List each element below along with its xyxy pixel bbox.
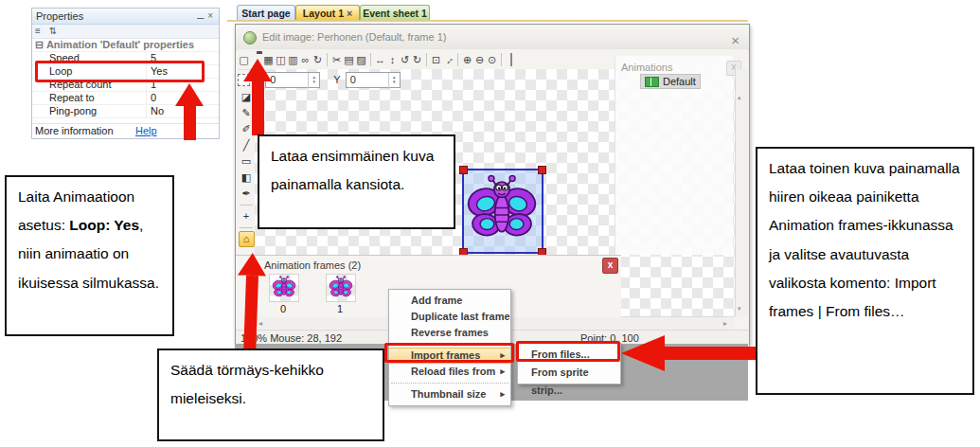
tab-strip-divider <box>227 20 748 22</box>
callout-import: Lataa toinen kuva painamalla hiiren oike… <box>756 147 974 395</box>
frame-thumbnail-0[interactable] <box>269 274 299 302</box>
scroll-up-icon[interactable]: ▴ <box>738 94 741 101</box>
zoom-out-icon[interactable]: ⊖ <box>473 51 486 68</box>
menu-separator <box>391 383 508 384</box>
y-input[interactable]: 0 ▴▾ <box>346 72 401 88</box>
menu-item-reverse-frames[interactable]: Reverse frames <box>389 325 510 341</box>
menu-item-thumbnail-size[interactable]: Thumbnail size ▸ <box>389 386 510 402</box>
redo-icon[interactable]: ↻ <box>411 51 423 68</box>
callout-collision: Säädä törmäys-kehikko mieleiseksi. <box>157 349 384 441</box>
menu-item-duplicate-last-frame[interactable]: Duplicate last frame <box>389 309 510 325</box>
dialog-title: Edit image: Perhonen (Default, frame 1) <box>262 25 446 49</box>
fill-tool[interactable]: ◧ <box>239 170 254 186</box>
collapse-icon[interactable]: ⊟ <box>35 39 44 50</box>
tab-layout-1[interactable]: Layout 1× <box>295 5 360 21</box>
frame-label-0: 0 <box>269 303 297 314</box>
transparency-grid-icon[interactable] <box>505 51 517 68</box>
sprite-selection-box[interactable] <box>462 169 543 254</box>
menu-item-from-sprite-strip[interactable]: From sprite strip... <box>518 364 620 382</box>
dialog-titlebar[interactable]: Edit image: Perhonen (Default, frame 1) … <box>236 25 749 50</box>
vertical-scrollbar[interactable]: ▴ ▾ <box>735 69 748 316</box>
menu-item-reload-files-from[interactable]: Reload files from ▸ <box>389 364 510 380</box>
collision-handle[interactable] <box>538 166 546 174</box>
frame-thumbnail-1[interactable] <box>326 274 356 302</box>
from-files-highlight-box <box>516 341 620 362</box>
line-tool[interactable]: ╱ <box>239 137 254 153</box>
save-copy-icon[interactable]: ◫ <box>275 51 287 68</box>
help-link[interactable]: Help <box>132 124 157 138</box>
undo-icon[interactable]: ↺ <box>399 51 411 68</box>
x-spinner[interactable]: ▴▾ <box>308 73 319 89</box>
origin-tool[interactable]: + <box>239 208 254 224</box>
properties-toolbar: ≡ ⇅ <box>32 25 219 39</box>
zoom-in-icon[interactable]: ⊕ <box>461 51 473 68</box>
collision-arrow <box>235 253 267 352</box>
menu-item-add-frame[interactable]: Add frame <box>389 293 510 309</box>
frame-label-1: 1 <box>326 303 354 314</box>
collision-polygon-tool[interactable]: ⌂ <box>239 231 255 247</box>
import-arrow <box>621 335 759 371</box>
y-spinner[interactable]: ▴▾ <box>388 73 400 89</box>
loop-highlight-box <box>35 61 205 82</box>
import-frames-highlight-box <box>384 343 514 363</box>
submenu-arrow-icon: ▸ <box>500 364 505 380</box>
flip-vertical-icon[interactable]: ↕ <box>386 51 399 68</box>
animation-frames-title: Animation frames (2) <box>264 259 361 271</box>
categorized-icon[interactable]: ≡ <box>35 26 41 36</box>
close-icon[interactable]: × <box>207 10 216 21</box>
mirror-horizontal-icon[interactable]: ↔ <box>374 51 386 68</box>
properties-panel-titlebar: Properties ⚊× <box>32 9 219 25</box>
copy-icon[interactable]: ▤ <box>343 51 355 68</box>
zoom-original-icon[interactable]: ⊙ <box>486 51 498 68</box>
paste-icon[interactable]: ▨ <box>355 51 367 68</box>
property-group-header[interactable]: ⊟ Animation 'Default' properties <box>32 39 219 52</box>
cut-icon[interactable]: ✂ <box>330 51 343 68</box>
scroll-right-icon[interactable]: ▸ <box>723 319 727 328</box>
frames-close-button[interactable]: x <box>602 258 618 274</box>
folder-arrow <box>243 59 272 135</box>
dialog-icon <box>243 31 257 45</box>
reload-icon[interactable]: ↻ <box>312 51 324 68</box>
butterfly-sprite <box>467 172 537 246</box>
tab-close-icon[interactable]: × <box>347 8 352 19</box>
x-input[interactable]: 0 ▴▾ <box>265 72 320 88</box>
properties-title: Properties <box>36 10 83 22</box>
collision-handle[interactable] <box>459 166 468 174</box>
animation-icon <box>645 77 659 87</box>
loop-arrow <box>175 83 204 140</box>
sort-az-icon[interactable]: ⇅ <box>49 26 57 36</box>
export-icon[interactable]: ▥ <box>287 51 299 68</box>
callout-loop: Laita Animaatioon asetus: Loop: Yes, nii… <box>5 175 174 336</box>
eyedropper-tool[interactable]: ✒ <box>239 186 254 202</box>
pin-icon[interactable]: ⚊ <box>196 10 207 21</box>
y-label: Y <box>333 74 340 85</box>
link-icon[interactable]: ∞ <box>299 51 312 68</box>
submenu-arrow-icon: ▸ <box>500 386 505 402</box>
scroll-down-icon[interactable]: ▾ <box>738 305 741 313</box>
tab-start-page[interactable]: Start page <box>237 5 295 21</box>
rectangle-tool[interactable]: ▭ <box>239 153 254 170</box>
animation-item-default[interactable]: Default <box>640 74 701 89</box>
animations-panel-title: Animations <box>615 56 733 73</box>
screenshot-root: Properties ⚊× ≡ ⇅ ⊟ Animation 'Default' … <box>0 0 980 447</box>
tab-event-sheet-1[interactable]: Event sheet 1 <box>360 5 430 21</box>
callout-folder: Lataa ensimmäinen kuva painamalla kansio… <box>258 134 455 229</box>
